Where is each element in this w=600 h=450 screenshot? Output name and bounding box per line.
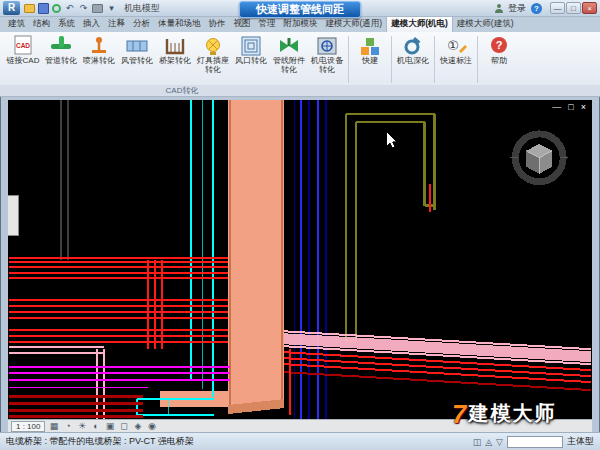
minimize-button[interactable]: — [550,2,565,14]
ribbon-button-tray-convert[interactable]: 桥架转化 [156,34,194,65]
watermark-text: 建模大师 [468,400,556,427]
lamp-socket-icon [202,35,224,55]
status-message: 电缆桥架 : 带配件的电缆桥架 : PV-CT 强电桥架 [6,435,194,448]
crop-region-icon[interactable]: ◻ [118,421,129,432]
quick-access-toolbar: ↶ ↷ ▾ [24,3,117,14]
tab-insert[interactable]: 插入 [79,17,104,32]
ribbon-separator [434,36,435,83]
tab-architecture[interactable]: 建筑 [4,17,29,32]
sun-path-icon[interactable]: ☀ [76,421,87,432]
open-icon[interactable] [24,4,35,13]
ribbon-button-lamp-socket-convert[interactable]: 灯具插座转化 [194,34,232,74]
svg-text:?: ? [496,39,503,51]
window-title: 机电模型 [124,2,160,15]
mep-detailing-icon [402,35,424,55]
redo-icon[interactable]: ↷ [78,3,89,14]
tab-view[interactable]: 视图 [230,17,255,32]
pipe-icon [50,35,72,55]
ribbon-button-equipment-convert[interactable]: 机电设备转化 [308,34,346,74]
view-cube[interactable] [510,134,568,182]
revit-window: { "window": { "app_button": "R", "banner… [0,0,600,450]
pipe-fitting-icon [278,35,300,55]
quick-build-icon [359,35,381,55]
mouse-cursor [387,132,397,148]
overlay-caption-banner: 快速调整管线间距 [239,1,361,18]
tab-structure[interactable]: 结构 [29,17,54,32]
temporary-hide-icon[interactable]: ◈ [132,421,143,432]
ribbon-separator [477,36,478,83]
view-restore-button[interactable]: □ [568,102,573,112]
ribbon-button-quick-dimension[interactable]: ① 快速标注 [437,34,475,65]
maximize-button[interactable]: □ [566,2,581,14]
application-menu-button[interactable]: R [3,1,20,15]
shadows-icon[interactable]: ◐ [90,421,101,432]
scale-control[interactable]: 1 : 100 [11,421,45,432]
ribbon-button-help[interactable]: ? 帮助 [480,34,518,65]
view-minimize-button[interactable]: — [552,102,561,112]
crop-view-icon[interactable]: ▣ [104,421,115,432]
tab-modeling-master-mep[interactable]: 建模大师(机电) [386,17,453,32]
qat-dropdown-icon[interactable]: ▾ [106,3,117,14]
tab-modeling-master-general[interactable]: 建模大师(通用) [322,17,387,32]
undo-icon[interactable]: ↶ [64,3,75,14]
model-canvas[interactable] [8,100,592,419]
ribbon-button-fitting-convert[interactable]: 管线附件转化 [270,34,308,74]
user-icon [494,4,503,13]
ribbon-group-row: CAD转化 [0,85,600,97]
drawing-area[interactable]: — □ × [8,100,592,419]
blue-conduits[interactable] [294,100,326,419]
reveal-hidden-icon[interactable]: ◉ [146,421,157,432]
red-cable-trays-left[interactable] [9,258,228,350]
ribbon-tab-bar: 建筑 结构 系统 插入 注释 分析 体量和场地 协作 视图 管理 附加模块 建模… [0,17,600,32]
olive-pipe[interactable] [346,114,435,341]
cable-tray-icon [164,35,186,55]
magenta-conduits[interactable] [9,367,230,387]
close-button[interactable]: × [582,2,597,14]
press-drag-icon[interactable]: ◬ [485,436,492,448]
window-controls: — □ × [550,2,597,14]
tab-manage[interactable]: 管理 [255,17,280,32]
ribbon-button-pipe-convert[interactable]: 管道转化 [42,34,80,65]
mep-equipment-icon [316,35,338,55]
ribbon-button-vent-convert[interactable]: 风口转化 [232,34,270,65]
ribbon-separator [348,36,349,83]
tab-massing-site[interactable]: 体量和场地 [154,17,205,32]
tab-addins[interactable]: 附加模块 [280,17,322,32]
ribbon-separator [391,36,392,83]
left-edge-element[interactable] [8,196,19,236]
tab-annotate[interactable]: 注释 [104,17,129,32]
view-close-button[interactable]: × [581,102,586,112]
ribbon-button-duct-convert[interactable]: 风管转化 [118,34,156,65]
duct-icon [126,35,148,55]
login-button[interactable]: 登录 [508,2,526,15]
dark-red-tray-bottom[interactable] [9,396,144,416]
ribbon-button-quick-build[interactable]: 快建 [351,34,389,65]
help-button[interactable]: ? [531,3,542,14]
tab-modeling-master-arch[interactable]: 建模大师(建筑) [453,17,518,32]
tab-collaborate[interactable]: 协作 [205,17,230,32]
tab-analyze[interactable]: 分析 [129,17,154,32]
ribbon-button-sprinkler-convert[interactable]: 喷淋转化 [80,34,118,65]
svg-text:CAD: CAD [16,42,30,49]
filter-icon[interactable]: ▽ [496,436,503,448]
editable-only-icon[interactable]: ◫ [473,436,482,448]
modeling-master-watermark: 7 建模大师 [452,400,556,427]
gray-conduit[interactable] [61,100,68,260]
svg-text:①: ① [447,38,459,53]
status-bar: 电缆桥架 : 带配件的电缆桥架 : PV-CT 强电桥架 ◫ ◬ ▽ 主体型 [0,432,600,450]
ribbon-button-link-cad[interactable]: CAD 链接CAD [4,34,42,65]
help-icon: ? [488,35,510,55]
ribbon-button-mep-detailing[interactable]: 机电深化 [394,34,432,65]
tab-systems[interactable]: 系统 [54,17,79,32]
save-icon[interactable] [38,3,49,14]
sync-icon[interactable] [52,4,61,13]
cad-file-icon: CAD [12,35,34,55]
quick-dimension-icon: ① [445,35,467,55]
pink-tray-left[interactable] [9,347,104,419]
ribbon-group-label-cad-convert: CAD转化 [10,85,354,97]
status-filter-box[interactable] [507,436,563,448]
print-icon[interactable] [92,4,103,13]
detail-level-icon[interactable]: ▦ [48,421,59,432]
air-vent-icon [240,35,262,55]
visual-style-icon[interactable]: ◔ [62,421,73,432]
